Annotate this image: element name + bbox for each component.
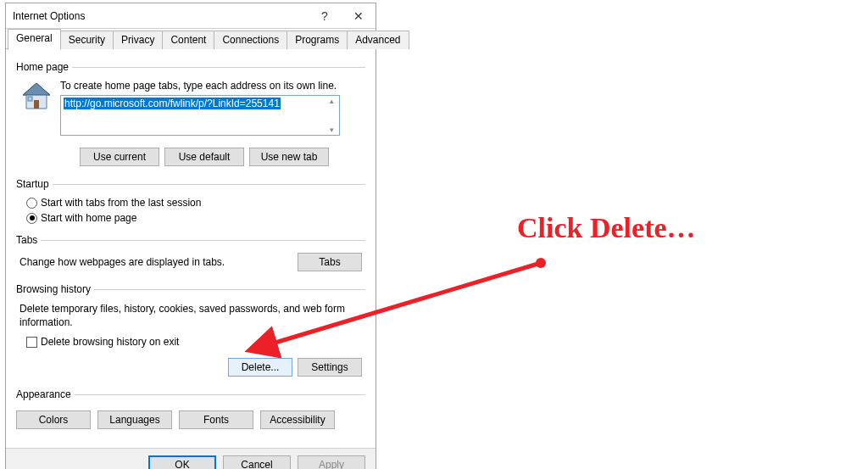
startup-group: Startup Start with tabs from the last se… [16, 178, 365, 226]
cancel-button[interactable]: Cancel [223, 455, 291, 469]
help-button[interactable]: ? [308, 3, 342, 29]
use-default-button[interactable]: Use default [164, 148, 244, 166]
checkbox-unchecked-icon [26, 337, 37, 348]
tab-programs[interactable]: Programs [287, 31, 348, 49]
delete-on-exit-row[interactable]: Delete browsing history on exit [16, 334, 365, 349]
use-current-button[interactable]: Use current [80, 148, 159, 166]
tab-content[interactable]: Content [162, 31, 214, 49]
startup-option-last-session: Start with tabs from the last session [41, 197, 201, 209]
tab-connections[interactable]: Connections [214, 31, 287, 49]
tab-privacy[interactable]: Privacy [113, 31, 163, 49]
languages-button[interactable]: Languages [97, 410, 172, 429]
home-icon [19, 80, 53, 114]
tabs-group: Tabs Change how webpages are displayed i… [16, 234, 365, 275]
use-new-tab-button[interactable]: Use new tab [249, 148, 329, 166]
svg-point-5 [536, 258, 546, 268]
browsing-history-legend: Browsing history [16, 283, 94, 295]
delete-button[interactable]: Delete... [228, 358, 292, 377]
svg-rect-2 [34, 100, 39, 109]
browsing-history-desc: Delete temporary files, history, cookies… [16, 300, 365, 334]
tabstrip: General Security Privacy Content Connect… [6, 29, 376, 49]
ok-button[interactable]: OK [148, 455, 216, 469]
tabs-button[interactable]: Tabs [298, 253, 362, 271]
appearance-group: Appearance Colors Languages Fonts Access… [16, 388, 365, 434]
homepage-legend: Home page [16, 61, 72, 73]
delete-on-exit-label: Delete browsing history on exit [41, 336, 179, 348]
window-title: Internet Options [13, 10, 308, 22]
startup-option-home-page: Start with home page [41, 212, 136, 224]
startup-legend: Startup [16, 178, 53, 190]
scroll-arrows[interactable]: ▴ ▾ [325, 97, 338, 134]
homepage-url-input[interactable]: http://go.microsoft.com/fwlink/p/?LinkId… [60, 95, 340, 136]
annotation-text: Click Delete… [517, 212, 696, 244]
scroll-down-icon[interactable]: ▾ [325, 126, 338, 134]
homepage-group: Home page To create home page tabs, type… [16, 61, 365, 170]
accessibility-button[interactable]: Accessibility [260, 410, 335, 429]
scroll-up-icon[interactable]: ▴ [325, 97, 338, 105]
startup-home-page-row[interactable]: Start with home page [16, 210, 365, 226]
homepage-hint: To create home page tabs, type each addr… [60, 80, 365, 92]
dialog-footer: OK Cancel Apply [6, 448, 376, 469]
apply-button[interactable]: Apply [298, 455, 365, 469]
radio-unselected-icon [26, 198, 37, 209]
fonts-button[interactable]: Fonts [179, 410, 253, 429]
homepage-url-value: http://go.microsoft.com/fwlink/p/?LinkId… [64, 98, 281, 109]
settings-button[interactable]: Settings [298, 358, 362, 377]
browsing-history-group: Browsing history Delete temporary files,… [16, 283, 365, 380]
startup-last-session-row[interactable]: Start with tabs from the last session [16, 195, 365, 210]
colors-button[interactable]: Colors [16, 410, 91, 429]
tab-advanced[interactable]: Advanced [347, 31, 409, 49]
close-button[interactable]: ✕ [342, 3, 376, 29]
tabs-desc: Change how webpages are displayed in tab… [19, 256, 225, 268]
svg-marker-1 [23, 83, 50, 95]
tab-general[interactable]: General [8, 29, 61, 50]
content-pane: Home page To create home page tabs, type… [6, 49, 376, 448]
titlebar: Internet Options ? ✕ [6, 3, 376, 29]
internet-options-dialog: Internet Options ? ✕ General Security Pr… [5, 3, 376, 469]
appearance-legend: Appearance [16, 388, 75, 400]
svg-rect-3 [28, 97, 32, 101]
radio-selected-icon [26, 213, 37, 224]
tabs-legend: Tabs [16, 234, 41, 246]
tab-security[interactable]: Security [60, 31, 114, 49]
